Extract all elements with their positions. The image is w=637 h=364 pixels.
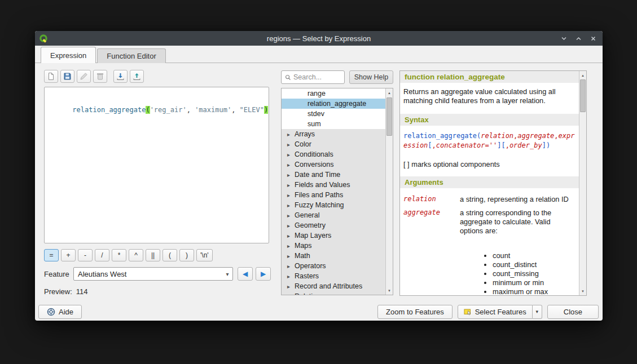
function-list-item[interactable]: ▸ Date and Time [282, 170, 385, 180]
expand-triangle-icon[interactable]: ▸ [287, 192, 295, 198]
select-features-dropdown-button[interactable]: ▾ [533, 305, 542, 319]
operator-button[interactable]: ^ [129, 249, 143, 261]
feature-combobox[interactable]: Aleutians West ▾ [73, 267, 233, 281]
delete-expression-button[interactable] [93, 70, 107, 83]
operator-button[interactable]: ( [162, 249, 177, 261]
tab[interactable]: Function Editor [97, 48, 165, 63]
zoom-to-features-button[interactable]: Zoom to Features [377, 305, 453, 319]
function-list-item[interactable]: ▸ Conversions [282, 159, 385, 170]
scroll-down-icon[interactable]: ▼ [386, 287, 393, 294]
maximize-icon[interactable] [571, 31, 586, 46]
operator-button[interactable]: = [44, 249, 59, 261]
expand-triangle-icon[interactable]: ▸ [287, 243, 295, 249]
expand-triangle-icon[interactable]: ▸ [287, 263, 295, 269]
syntax-token: ]) [542, 141, 550, 149]
function-list-item[interactable]: ▸ Conditionals [282, 149, 385, 159]
select-features-button[interactable]: Select Features [458, 305, 533, 319]
expression-editor[interactable]: relation_aggregate('reg_air', 'maximum',… [44, 87, 269, 243]
close-button[interactable]: Close [547, 305, 599, 319]
combo-dropdown-icon[interactable]: ▾ [222, 268, 232, 280]
function-list-item[interactable]: ▸ Fields and Values [282, 180, 385, 190]
expand-triangle-icon[interactable]: ▸ [287, 212, 295, 219]
expand-triangle-icon[interactable]: ▸ [287, 162, 295, 168]
function-label: Map Layers [295, 232, 331, 239]
export-expression-button[interactable] [130, 70, 144, 83]
edit-expression-button[interactable] [77, 70, 91, 83]
expand-triangle-icon[interactable]: ▸ [287, 141, 295, 148]
previous-feature-button[interactable]: ◀ [238, 267, 253, 281]
function-list-item[interactable]: ▸ relation_aggregate [282, 99, 385, 109]
operator-button[interactable]: / [95, 249, 109, 261]
function-list-item[interactable]: ▸ range [282, 88, 385, 99]
next-icon: ▶ [261, 270, 266, 277]
scrollbar-thumb[interactable] [386, 97, 392, 136]
code-token: 'reg_air' [150, 106, 187, 114]
function-label: stdev [307, 110, 324, 118]
function-list-item[interactable]: ▸ Arrays [282, 129, 385, 139]
expand-triangle-icon[interactable]: ▸ [287, 131, 295, 137]
operator-button[interactable]: ) [179, 249, 194, 261]
function-label: Arrays [295, 130, 315, 138]
operator-button[interactable]: + [61, 249, 76, 261]
expand-triangle-icon[interactable]: ▸ [287, 253, 295, 259]
save-expression-button[interactable] [60, 70, 74, 83]
aggregate-options-list: countcount_distinctcount_missingminimum … [485, 251, 579, 295]
scroll-up-icon[interactable]: ▲ [386, 89, 393, 96]
function-list-item[interactable]: ▸ Fuzzy Matching [282, 200, 385, 210]
tab-bar: Expression Function Editor [35, 46, 603, 63]
syntax-token: aggregate [517, 132, 554, 140]
help-button[interactable]: Aide [38, 305, 82, 319]
function-search-box[interactable] [281, 70, 345, 84]
expand-triangle-icon[interactable]: ▸ [287, 273, 295, 279]
import-expression-button[interactable] [113, 70, 128, 83]
function-list-item[interactable]: ▸ sum [282, 119, 385, 129]
function-list-item[interactable]: ▸ Files and Paths [282, 190, 385, 200]
close-window-icon[interactable] [586, 31, 600, 46]
syntax-token: , [554, 132, 558, 140]
scroll-up-icon[interactable]: ▲ [579, 72, 586, 79]
function-list-item[interactable]: ▸ Math [282, 251, 385, 261]
function-list-item[interactable]: ▸ Map Layers [282, 230, 385, 241]
expand-triangle-icon[interactable]: ▸ [287, 294, 295, 296]
function-list-item[interactable]: ▸ Maps [282, 241, 385, 251]
expand-triangle-icon[interactable]: ▸ [287, 233, 295, 239]
expand-triangle-icon[interactable]: ▸ [287, 182, 295, 188]
function-list-scrollbar[interactable]: ▲ ▼ [385, 88, 393, 295]
footer-actions: Zoom to Features Select Features ▾ Close [377, 305, 599, 319]
expand-triangle-icon[interactable]: ▸ [287, 152, 295, 158]
show-help-button[interactable]: Show Help [349, 70, 393, 84]
minimize-icon[interactable] [556, 31, 571, 46]
operator-button[interactable]: * [112, 249, 126, 261]
new-expression-button[interactable] [44, 70, 58, 83]
function-list-item[interactable]: ▸ Operators [282, 261, 385, 271]
function-list-item[interactable]: ▸ stdev [282, 109, 385, 119]
function-list-item[interactable]: ▸ Rasters [282, 271, 385, 281]
expand-triangle-icon[interactable]: ▸ [287, 202, 295, 208]
function-list-item[interactable]: ▸ Color [282, 139, 385, 149]
function-list-item[interactable]: ▸ Relations [282, 291, 385, 295]
function-list-item[interactable]: ▸ General [282, 210, 385, 220]
function-list-item[interactable]: ▸ Geometry [282, 220, 385, 230]
function-list-item[interactable]: ▸ Record and Attributes [282, 281, 385, 291]
scroll-down-icon[interactable]: ▼ [579, 287, 586, 295]
operator-label: / [101, 251, 103, 259]
operator-button[interactable]: - [78, 249, 93, 261]
tab[interactable]: Expression [41, 47, 96, 63]
expand-triangle-icon[interactable]: ▸ [287, 172, 295, 178]
syntax-token: , [506, 141, 509, 149]
function-help-panel: function relation_aggregate Returns an a… [399, 70, 587, 296]
operator-button[interactable]: || [146, 249, 160, 261]
function-label: General [295, 211, 319, 219]
next-feature-button[interactable]: ▶ [256, 267, 271, 281]
expand-triangle-icon[interactable]: ▸ [287, 223, 295, 229]
expand-triangle-icon[interactable]: ▸ [287, 283, 295, 290]
titlebar[interactable]: regions — Select by Expression [35, 31, 603, 46]
scrollbar-thumb[interactable] [580, 79, 586, 112]
help-panel-scrollbar[interactable]: ▲ ▼ [579, 71, 586, 295]
syntax-code: relation_aggregate(relation,aggregate,ex… [403, 131, 576, 151]
select-features-split-button: Select Features ▾ [458, 305, 542, 319]
export-icon [133, 72, 141, 81]
select-by-expression-dialog: regions — Select by Expression Expressio… [35, 31, 603, 321]
search-input[interactable] [293, 73, 341, 81]
operator-button[interactable]: '\n' [196, 249, 213, 261]
